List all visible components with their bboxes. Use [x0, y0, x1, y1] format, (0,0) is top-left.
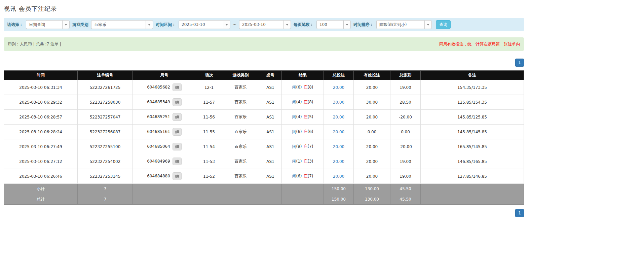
cell-round-id: 604684880 [133, 169, 196, 184]
date-to-dropdown-button[interactable] [283, 20, 291, 29]
filter-bar: 请选择： 游戏类别 时间区间： ~ 每页笔数： 时间排序： [4, 18, 524, 31]
cell-result: 闲(6)庄(7) [282, 169, 324, 184]
cell-payout: 19.00 [390, 80, 421, 95]
cell-game-type: 百家乐 [222, 95, 259, 110]
date-to-combobox [239, 20, 291, 29]
result-player: 闲(9) [292, 144, 302, 149]
total-bet-link[interactable]: 20.00 [333, 174, 344, 179]
search-button[interactable]: 查询 [436, 20, 451, 29]
player-label: 闲 [292, 159, 296, 164]
result-player: 闲(4) [292, 114, 302, 119]
round-id-text: 604685349 [147, 100, 170, 104]
cell-bet-id: 522327253145 [78, 169, 133, 184]
summary-empty-cell [282, 184, 324, 194]
currency-total-info: 币别：人民币 | 总共 :7 注单 | [8, 41, 61, 47]
banker-label: 庄 [304, 159, 308, 164]
summary-row: 总计7150.00130.0045.50 [4, 194, 524, 205]
total-bet-link[interactable]: 20.00 [333, 130, 344, 134]
banker-label: 庄 [304, 144, 308, 149]
column-header: 局号 [133, 71, 196, 80]
game-type-input[interactable] [91, 20, 146, 29]
view-cards-button[interactable] [173, 143, 182, 150]
cell-bet-id: 522327261725 [78, 80, 133, 95]
view-cards-button[interactable] [173, 128, 182, 136]
total-bet-link[interactable]: 20.00 [333, 144, 344, 149]
time-sort-label: 时间排序： [353, 22, 374, 28]
time-sort-dropdown-button[interactable] [424, 20, 432, 29]
date-from-input[interactable] [179, 20, 223, 29]
cell-time: 2025-03-10 06:31:34 [4, 80, 78, 95]
total-bet-link[interactable]: 20.00 [333, 159, 344, 164]
banker-number: (5) [308, 114, 313, 119]
game-type-dropdown-button[interactable] [146, 20, 153, 29]
date-from-dropdown-button[interactable] [223, 20, 230, 29]
total-bet-link[interactable]: 30.00 [333, 100, 344, 105]
cell-result: 闲(1)庄(3) [282, 154, 324, 169]
view-cards-button[interactable] [173, 172, 182, 180]
page-1-button[interactable]: 1 [515, 59, 524, 67]
cell-valid-bet: 20.00 [354, 110, 390, 125]
bet-records-page: 视讯 会员下注纪录 请选择： 游戏类别 时间区间： ~ 每页笔数： 时间排序： [4, 0, 524, 217]
cell-time: 2025-03-10 06:28:24 [4, 125, 78, 139]
cards-icon [175, 174, 180, 178]
view-cards-button[interactable] [173, 98, 182, 106]
cell-round-id: 604685251 [133, 110, 196, 125]
chevron-down-icon [65, 24, 67, 26]
cell-round-id: 604685161 [133, 125, 196, 139]
cell-valid-bet: 0.00 [354, 125, 390, 139]
cell-session: 11-53 [196, 154, 222, 169]
summary-payout: 45.50 [390, 184, 421, 194]
player-number: (9) [296, 144, 302, 149]
cell-table-no: AS1 [259, 110, 282, 125]
page-1-button[interactable]: 1 [515, 209, 524, 217]
valid-bet-notice: 同局有效投注，统一计算在该局第一张注单内 [439, 41, 520, 47]
player-number: (1) [296, 159, 302, 164]
result-player: 闲(1) [292, 159, 302, 164]
summary-valid-bet: 130.00 [354, 194, 390, 205]
banker-number: (8) [308, 100, 313, 104]
cell-session: 11-54 [196, 139, 222, 154]
cell-note: 125.85/154.35 [421, 95, 524, 110]
total-bet-link[interactable]: 20.00 [333, 85, 344, 90]
player-label: 闲 [292, 129, 296, 134]
table-header-row: 时间注单编号局号场次游戏类别桌号结果总投注有效投注总派彩备注 [4, 71, 524, 80]
view-cards-button[interactable] [173, 83, 182, 91]
round-id-text: 604685161 [147, 129, 170, 134]
table-row: 2025-03-10 06:27:49522327255100604685064… [4, 139, 524, 154]
player-number: (4) [296, 100, 302, 104]
cell-result: 闲(6)庄(8) [282, 80, 324, 95]
summary-row: 小计7150.00130.0045.50 [4, 184, 524, 194]
column-header: 结果 [282, 71, 324, 80]
round-id-text: 604685682 [147, 85, 170, 90]
column-header: 备注 [421, 71, 524, 80]
page-title: 视讯 会员下注纪录 [4, 5, 524, 13]
time-sort-input[interactable] [376, 20, 424, 29]
date-to-input[interactable] [239, 20, 283, 29]
column-header: 时间 [4, 71, 78, 80]
cell-round-id: 604685682 [133, 80, 196, 95]
round-id-text: 604685251 [147, 114, 170, 119]
page-size-input[interactable] [316, 20, 343, 29]
query-type-combobox [26, 20, 70, 29]
summary-empty-cell [196, 184, 222, 194]
round-id-text: 604685064 [147, 144, 170, 149]
column-header: 有效投注 [354, 71, 390, 80]
page-size-dropdown-button[interactable] [343, 20, 351, 29]
query-type-input[interactable] [26, 20, 62, 29]
cell-game-type: 百家乐 [222, 154, 259, 169]
cell-table-no: AS1 [259, 80, 282, 95]
cell-table-no: AS1 [259, 95, 282, 110]
cell-note: 145.85/125.85 [421, 110, 524, 125]
cell-valid-bet: 30.00 [354, 95, 390, 110]
bet-records-table: 时间注单编号局号场次游戏类别桌号结果总投注有效投注总派彩备注 2025-03-1… [4, 70, 524, 205]
cell-note: 145.85/145.85 [421, 125, 524, 139]
view-cards-button[interactable] [173, 158, 182, 165]
cell-bet-id: 522327256087 [78, 125, 133, 139]
view-cards-button[interactable] [173, 113, 182, 121]
cell-total-bet: 20.00 [324, 154, 354, 169]
cell-bet-id: 522327255100 [78, 139, 133, 154]
cell-bet-id: 522327254002 [78, 154, 133, 169]
total-bet-link[interactable]: 20.00 [333, 115, 344, 119]
column-header: 游戏类别 [222, 71, 259, 80]
query-type-dropdown-button[interactable] [62, 20, 70, 29]
